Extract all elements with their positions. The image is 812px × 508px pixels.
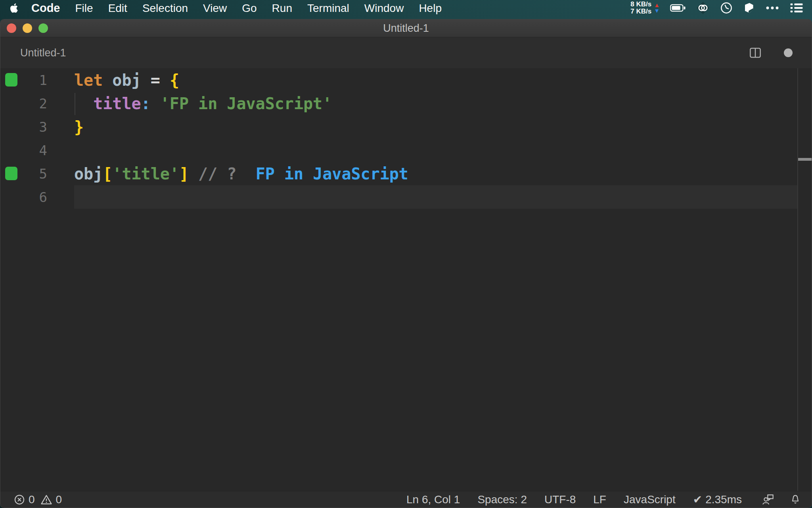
app-menus: CodeFileEditSelectionViewGoRunTerminalWi…	[24, 2, 449, 15]
unsaved-changes-dot-icon[interactable]	[784, 48, 793, 57]
errors-group: 0	[14, 493, 35, 506]
editor-actions	[749, 46, 793, 59]
download-speed: 7 KB/s	[630, 8, 651, 15]
quokka-coverage-marker	[5, 73, 17, 87]
line-text: let obj = {	[74, 68, 798, 92]
ellipsis-menu-icon[interactable]	[765, 5, 779, 11]
upload-speed: 8 KB/s	[630, 1, 651, 8]
feedback-icon[interactable]	[762, 494, 774, 506]
gutter: 3	[0, 115, 74, 139]
gutter: 5	[0, 162, 74, 185]
menu-bar-status-items: 8 KB/s 7 KB/s ▲ ▼	[630, 1, 812, 15]
editor-header: Untitled-1	[0, 37, 812, 68]
list-menu-icon[interactable]	[790, 2, 803, 13]
network-arrows: ▲ ▼	[654, 2, 660, 13]
line-text: }	[74, 115, 798, 139]
battery-icon[interactable]	[670, 4, 686, 12]
check-icon: ✔	[693, 493, 702, 506]
warning-icon	[40, 494, 52, 505]
menu-terminal[interactable]: Terminal	[300, 2, 357, 14]
split-editor-icon[interactable]	[749, 46, 762, 59]
code-line-1[interactable]: 1let obj = {	[0, 68, 812, 92]
status-right-items: Ln 6, Col 1Spaces: 2UTF-8LFJavaScript✔2.…	[406, 493, 742, 506]
menu-selection[interactable]: Selection	[135, 2, 195, 14]
link-swirl-icon[interactable]	[696, 1, 710, 15]
error-icon	[14, 494, 25, 505]
menu-edit[interactable]: Edit	[101, 2, 135, 14]
menu-file[interactable]: File	[68, 2, 101, 14]
desktop: CodeFileEditSelectionViewGoRunTerminalWi…	[0, 0, 812, 508]
menu-help[interactable]: Help	[411, 2, 449, 14]
gutter: 6	[0, 185, 74, 209]
menu-go[interactable]: Go	[234, 2, 264, 14]
code-line-2[interactable]: 2 title: 'FP in JavaScript'	[0, 92, 812, 115]
problems-summary[interactable]: 0 0	[14, 493, 62, 506]
window-title-bar[interactable]: Untitled-1	[0, 19, 812, 37]
end-of-line[interactable]: LF	[593, 493, 606, 506]
code-line-4[interactable]: 4	[0, 139, 812, 162]
zoom-button[interactable]	[38, 23, 48, 33]
editor-scrollbar[interactable]	[797, 68, 812, 491]
window-title: Untitled-1	[0, 19, 812, 37]
network-speed-text: 8 KB/s 7 KB/s	[630, 1, 651, 15]
line-number: 4	[39, 142, 47, 158]
line-number: 3	[39, 119, 47, 135]
gutter: 1	[0, 68, 74, 92]
code-editor[interactable]: 1let obj = {2 title: 'FP in JavaScript'3…	[0, 68, 812, 491]
quokka-coverage-marker	[5, 167, 17, 180]
clock-icon[interactable]	[720, 2, 733, 14]
status-bar: 0 0 Ln 6, Col 1Spaces: 2UTF-8LFJavaScrip…	[0, 491, 812, 508]
status-bar-icons	[762, 493, 801, 506]
cube-app-icon[interactable]	[743, 2, 755, 14]
cursor-position[interactable]: Ln 6, Col 1	[406, 493, 460, 506]
line-text	[74, 185, 798, 209]
menu-bar-left: CodeFileEditSelectionViewGoRunTerminalWi…	[0, 2, 449, 15]
warning-count: 0	[56, 493, 62, 506]
vscode-window: Untitled-1 Untitled-1 1let obj = {2 titl…	[0, 19, 812, 508]
gutter: 2	[0, 92, 74, 115]
line-text	[74, 139, 798, 162]
indentation[interactable]: Spaces: 2	[477, 493, 527, 506]
gutter: 4	[0, 139, 74, 162]
macos-menu-bar: CodeFileEditSelectionViewGoRunTerminalWi…	[0, 0, 812, 16]
code-lines: 1let obj = {2 title: 'FP in JavaScript'3…	[0, 68, 812, 209]
line-number: 5	[39, 166, 47, 182]
line-text: obj['title'] // ? FP in JavaScript	[74, 162, 798, 185]
encoding[interactable]: UTF-8	[544, 493, 576, 506]
minimize-button[interactable]	[23, 23, 32, 33]
menu-code[interactable]: Code	[24, 2, 68, 14]
line-number: 2	[39, 96, 47, 112]
indent-guide	[75, 93, 75, 115]
language-mode[interactable]: JavaScript	[624, 493, 676, 506]
line-number: 6	[39, 189, 47, 205]
apple-menu-icon[interactable]	[9, 2, 18, 13]
download-arrow-icon: ▼	[654, 8, 660, 13]
status-bar-right: Ln 6, Col 1Spaces: 2UTF-8LFJavaScript✔2.…	[406, 493, 801, 506]
line-text: title: 'FP in JavaScript'	[74, 92, 798, 115]
traffic-lights	[7, 23, 48, 33]
menu-window[interactable]: Window	[357, 2, 412, 14]
close-button[interactable]	[7, 23, 16, 33]
error-count: 0	[29, 493, 35, 506]
network-speed-indicator[interactable]: 8 KB/s 7 KB/s ▲ ▼	[630, 1, 660, 15]
notifications-bell-icon[interactable]	[789, 493, 801, 506]
menu-run[interactable]: Run	[264, 2, 300, 14]
warnings-group: 0	[40, 493, 62, 506]
code-line-3[interactable]: 3}	[0, 115, 812, 139]
tab-untitled-1[interactable]: Untitled-1	[20, 47, 66, 59]
code-line-5[interactable]: 5obj['title'] // ? FP in JavaScript	[0, 162, 812, 185]
overview-ruler-marker	[798, 158, 812, 161]
menu-view[interactable]: View	[195, 2, 234, 14]
line-number: 1	[39, 72, 47, 88]
quokka-run-time[interactable]: ✔2.35ms	[693, 493, 742, 506]
code-line-6[interactable]: 6	[0, 185, 812, 209]
